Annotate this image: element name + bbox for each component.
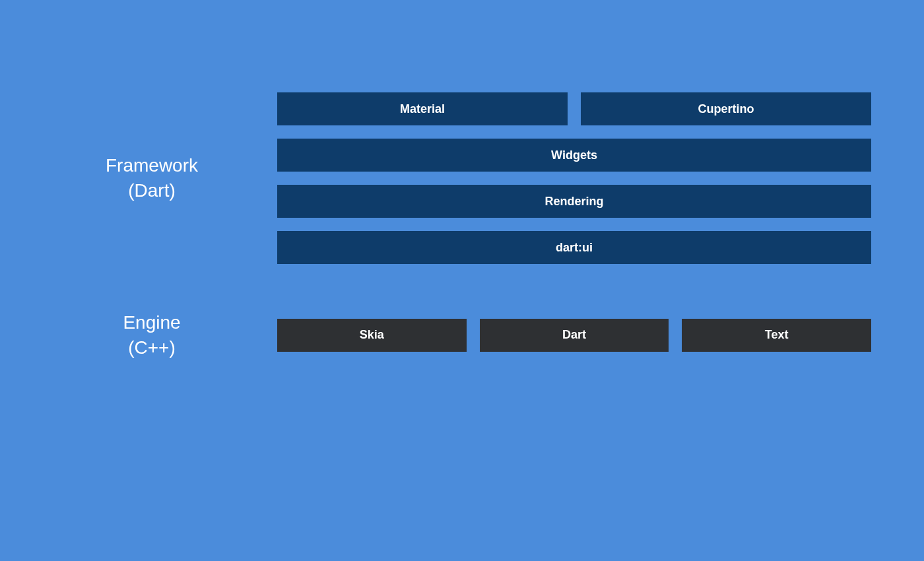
layer-text: Text [682, 319, 871, 352]
layer-dart-ui: dart:ui [277, 231, 871, 264]
framework-section: Framework (Dart) Material Cupertino Widg… [53, 92, 871, 264]
engine-label-line1: Engine [53, 310, 251, 335]
engine-label: Engine (C++) [53, 310, 251, 360]
layer-material: Material [277, 92, 568, 125]
framework-label-line2: (Dart) [53, 178, 251, 203]
engine-section: Engine (C++) Skia Dart Text [53, 310, 871, 360]
layer-widgets: Widgets [277, 139, 871, 172]
framework-row-rendering: Rendering [277, 185, 871, 218]
layer-skia: Skia [277, 319, 467, 352]
framework-label-line1: Framework [53, 153, 251, 178]
layer-dart: Dart [480, 319, 669, 352]
engine-content: Skia Dart Text [277, 319, 871, 352]
engine-label-line2: (C++) [53, 335, 251, 360]
framework-content: Material Cupertino Widgets Rendering dar… [277, 92, 871, 264]
framework-row-top: Material Cupertino [277, 92, 871, 125]
engine-row: Skia Dart Text [277, 319, 871, 352]
layer-rendering: Rendering [277, 185, 871, 218]
framework-row-dartui: dart:ui [277, 231, 871, 264]
framework-row-widgets: Widgets [277, 139, 871, 172]
layer-cupertino: Cupertino [581, 92, 871, 125]
framework-label: Framework (Dart) [53, 153, 251, 203]
